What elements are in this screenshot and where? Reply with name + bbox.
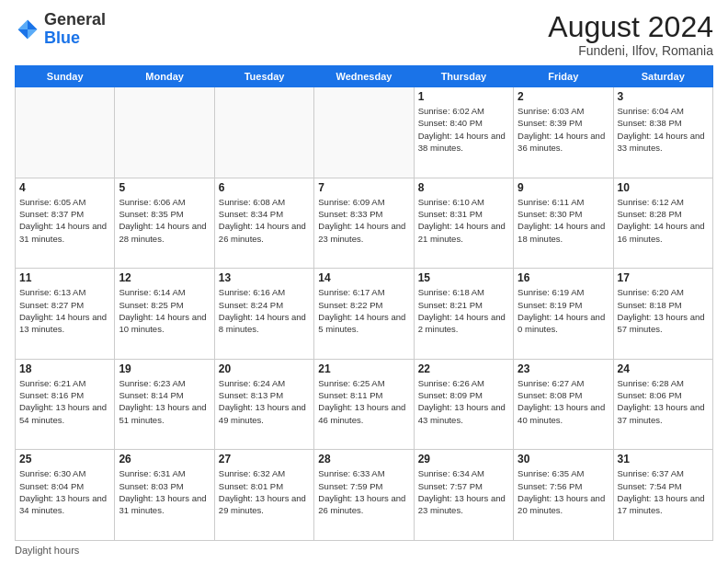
day-info: Sunrise: 6:10 AMSunset: 8:31 PMDaylight:… bbox=[418, 196, 509, 245]
week-row-5: 25Sunrise: 6:30 AMSunset: 8:04 PMDayligh… bbox=[16, 450, 713, 541]
day-cell bbox=[314, 87, 414, 178]
day-info: Sunrise: 6:23 AMSunset: 8:14 PMDaylight:… bbox=[119, 377, 210, 426]
day-info: Sunrise: 6:37 AMSunset: 7:54 PMDaylight:… bbox=[618, 467, 709, 516]
day-info: Sunrise: 6:33 AMSunset: 7:59 PMDaylight:… bbox=[318, 467, 409, 516]
day-number: 21 bbox=[318, 362, 409, 375]
weekday-thursday: Thursday bbox=[414, 66, 513, 87]
day-number: 4 bbox=[19, 181, 110, 194]
week-row-3: 11Sunrise: 6:13 AMSunset: 8:27 PMDayligh… bbox=[16, 269, 713, 360]
day-number: 2 bbox=[518, 90, 609, 103]
day-info: Sunrise: 6:32 AMSunset: 8:01 PMDaylight:… bbox=[219, 467, 310, 516]
day-cell bbox=[214, 87, 313, 178]
day-number: 26 bbox=[119, 453, 210, 465]
day-info: Sunrise: 6:14 AMSunset: 8:25 PMDaylight:… bbox=[119, 286, 210, 335]
logo-icon bbox=[15, 17, 40, 42]
day-number: 18 bbox=[19, 362, 110, 375]
footer: Daylight hours bbox=[15, 545, 713, 556]
day-number: 10 bbox=[618, 181, 709, 194]
day-info: Sunrise: 6:03 AMSunset: 8:39 PMDaylight:… bbox=[518, 105, 609, 154]
day-info: Sunrise: 6:02 AMSunset: 8:40 PMDaylight:… bbox=[418, 105, 509, 154]
day-info: Sunrise: 6:35 AMSunset: 7:56 PMDaylight:… bbox=[518, 467, 609, 516]
day-info: Sunrise: 6:09 AMSunset: 8:33 PMDaylight:… bbox=[318, 196, 409, 245]
week-row-4: 18Sunrise: 6:21 AMSunset: 8:16 PMDayligh… bbox=[16, 359, 713, 450]
day-cell: 6Sunrise: 6:08 AMSunset: 8:34 PMDaylight… bbox=[214, 178, 313, 269]
day-info: Sunrise: 6:18 AMSunset: 8:21 PMDaylight:… bbox=[418, 286, 509, 335]
weekday-monday: Monday bbox=[115, 66, 214, 87]
day-cell: 3Sunrise: 6:04 AMSunset: 8:38 PMDaylight… bbox=[613, 87, 712, 178]
day-info: Sunrise: 6:34 AMSunset: 7:57 PMDaylight:… bbox=[418, 467, 509, 516]
page: General Blue August 2024 Fundeni, Ilfov,… bbox=[0, 0, 728, 563]
logo: General Blue bbox=[15, 11, 106, 48]
day-cell: 25Sunrise: 6:30 AMSunset: 8:04 PMDayligh… bbox=[16, 450, 115, 541]
day-cell: 1Sunrise: 6:02 AMSunset: 8:40 PMDaylight… bbox=[414, 87, 513, 178]
day-info: Sunrise: 6:13 AMSunset: 8:27 PMDaylight:… bbox=[19, 286, 110, 335]
day-number: 5 bbox=[119, 181, 210, 194]
day-info: Sunrise: 6:21 AMSunset: 8:16 PMDaylight:… bbox=[19, 377, 110, 426]
day-number: 11 bbox=[19, 271, 110, 284]
month-year: August 2024 bbox=[548, 11, 713, 43]
day-cell: 7Sunrise: 6:09 AMSunset: 8:33 PMDaylight… bbox=[314, 178, 414, 269]
day-number: 7 bbox=[318, 181, 409, 194]
day-cell: 8Sunrise: 6:10 AMSunset: 8:31 PMDaylight… bbox=[414, 178, 513, 269]
day-cell: 2Sunrise: 6:03 AMSunset: 8:39 PMDaylight… bbox=[514, 87, 613, 178]
day-cell: 24Sunrise: 6:28 AMSunset: 8:06 PMDayligh… bbox=[613, 359, 712, 450]
day-info: Sunrise: 6:16 AMSunset: 8:24 PMDaylight:… bbox=[219, 286, 310, 335]
day-number: 25 bbox=[19, 453, 110, 465]
day-cell: 28Sunrise: 6:33 AMSunset: 7:59 PMDayligh… bbox=[314, 450, 414, 541]
logo-text: General Blue bbox=[44, 11, 106, 48]
day-number: 29 bbox=[418, 453, 509, 465]
day-cell bbox=[16, 87, 115, 178]
day-number: 14 bbox=[318, 271, 409, 284]
svg-marker-0 bbox=[28, 19, 38, 29]
svg-marker-1 bbox=[18, 19, 28, 29]
day-number: 13 bbox=[219, 271, 310, 284]
day-cell: 20Sunrise: 6:24 AMSunset: 8:13 PMDayligh… bbox=[214, 359, 313, 450]
calendar: SundayMondayTuesdayWednesdayThursdayFrid… bbox=[15, 65, 713, 541]
header: General Blue August 2024 Fundeni, Ilfov,… bbox=[15, 11, 713, 58]
day-cell: 18Sunrise: 6:21 AMSunset: 8:16 PMDayligh… bbox=[16, 359, 115, 450]
day-cell: 5Sunrise: 6:06 AMSunset: 8:35 PMDaylight… bbox=[115, 178, 214, 269]
day-info: Sunrise: 6:17 AMSunset: 8:22 PMDaylight:… bbox=[318, 286, 409, 335]
logo-general: General bbox=[44, 10, 106, 29]
day-info: Sunrise: 6:27 AMSunset: 8:08 PMDaylight:… bbox=[518, 377, 609, 426]
location: Fundeni, Ilfov, Romania bbox=[548, 43, 713, 58]
weekday-saturday: Saturday bbox=[613, 66, 712, 87]
day-number: 30 bbox=[518, 453, 609, 465]
day-cell: 16Sunrise: 6:19 AMSunset: 8:19 PMDayligh… bbox=[514, 269, 613, 360]
day-number: 28 bbox=[318, 453, 409, 465]
day-number: 27 bbox=[219, 453, 310, 465]
weekday-sunday: Sunday bbox=[16, 66, 115, 87]
day-cell: 9Sunrise: 6:11 AMSunset: 8:30 PMDaylight… bbox=[514, 178, 613, 269]
day-info: Sunrise: 6:11 AMSunset: 8:30 PMDaylight:… bbox=[518, 196, 609, 245]
day-number: 6 bbox=[219, 181, 310, 194]
day-number: 9 bbox=[518, 181, 609, 194]
day-cell: 22Sunrise: 6:26 AMSunset: 8:09 PMDayligh… bbox=[414, 359, 513, 450]
day-cell: 27Sunrise: 6:32 AMSunset: 8:01 PMDayligh… bbox=[214, 450, 313, 541]
day-number: 16 bbox=[518, 271, 609, 284]
day-cell: 11Sunrise: 6:13 AMSunset: 8:27 PMDayligh… bbox=[16, 269, 115, 360]
day-cell: 17Sunrise: 6:20 AMSunset: 8:18 PMDayligh… bbox=[613, 269, 712, 360]
svg-marker-2 bbox=[18, 29, 28, 40]
day-cell: 31Sunrise: 6:37 AMSunset: 7:54 PMDayligh… bbox=[613, 450, 712, 541]
day-cell: 12Sunrise: 6:14 AMSunset: 8:25 PMDayligh… bbox=[115, 269, 214, 360]
logo-blue: Blue bbox=[44, 29, 80, 47]
weekday-tuesday: Tuesday bbox=[214, 66, 313, 87]
day-cell: 23Sunrise: 6:27 AMSunset: 8:08 PMDayligh… bbox=[514, 359, 613, 450]
day-info: Sunrise: 6:28 AMSunset: 8:06 PMDaylight:… bbox=[618, 377, 709, 426]
day-info: Sunrise: 6:19 AMSunset: 8:19 PMDaylight:… bbox=[518, 286, 609, 335]
day-info: Sunrise: 6:25 AMSunset: 8:11 PMDaylight:… bbox=[318, 377, 409, 426]
day-info: Sunrise: 6:06 AMSunset: 8:35 PMDaylight:… bbox=[119, 196, 210, 245]
week-row-2: 4Sunrise: 6:05 AMSunset: 8:37 PMDaylight… bbox=[16, 178, 713, 269]
day-cell: 29Sunrise: 6:34 AMSunset: 7:57 PMDayligh… bbox=[414, 450, 513, 541]
week-row-1: 1Sunrise: 6:02 AMSunset: 8:40 PMDaylight… bbox=[16, 87, 713, 178]
day-info: Sunrise: 6:30 AMSunset: 8:04 PMDaylight:… bbox=[19, 467, 110, 516]
day-cell: 4Sunrise: 6:05 AMSunset: 8:37 PMDaylight… bbox=[16, 178, 115, 269]
day-cell: 13Sunrise: 6:16 AMSunset: 8:24 PMDayligh… bbox=[214, 269, 313, 360]
weekday-header-row: SundayMondayTuesdayWednesdayThursdayFrid… bbox=[16, 66, 713, 87]
svg-marker-3 bbox=[28, 29, 38, 40]
day-number: 22 bbox=[418, 362, 509, 375]
day-cell: 30Sunrise: 6:35 AMSunset: 7:56 PMDayligh… bbox=[514, 450, 613, 541]
day-number: 24 bbox=[618, 362, 709, 375]
day-number: 3 bbox=[618, 90, 709, 103]
day-number: 20 bbox=[219, 362, 310, 375]
